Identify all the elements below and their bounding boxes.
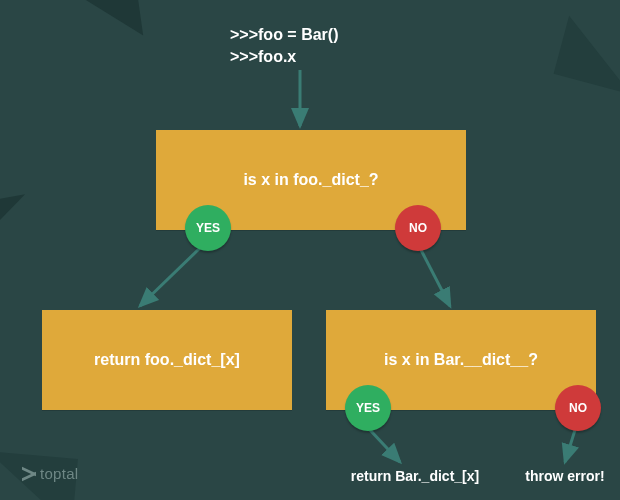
toptal-icon bbox=[22, 467, 36, 481]
badge-label: YES bbox=[196, 221, 220, 235]
bg-shard bbox=[0, 194, 34, 255]
svg-line-7 bbox=[370, 430, 400, 462]
badge-no: NO bbox=[395, 205, 441, 251]
svg-line-4 bbox=[420, 248, 450, 306]
code-line: >>>foo.x bbox=[230, 46, 338, 68]
flow-arrows bbox=[0, 0, 620, 500]
bg-shard bbox=[554, 16, 620, 95]
code-snippet: >>>foo = Bar() >>>foo.x bbox=[230, 24, 338, 69]
badge-label: NO bbox=[409, 221, 427, 235]
badge-label: NO bbox=[569, 401, 587, 415]
box-label: is x in Bar.__dict__? bbox=[384, 351, 538, 369]
svg-line-3 bbox=[140, 248, 200, 306]
output-box-return-foo: return foo._dict_[x] bbox=[42, 310, 292, 410]
badge-yes: YES bbox=[345, 385, 391, 431]
leaf-throw-error: throw error! bbox=[515, 468, 615, 484]
logo-text: toptal bbox=[40, 465, 79, 482]
badge-label: YES bbox=[356, 401, 380, 415]
badge-no: NO bbox=[555, 385, 601, 431]
toptal-logo: toptal bbox=[22, 465, 79, 482]
leaf-return-bar: return Bar._dict_[x] bbox=[330, 468, 500, 484]
badge-yes: YES bbox=[185, 205, 231, 251]
svg-line-8 bbox=[565, 430, 575, 462]
box-label: return foo._dict_[x] bbox=[94, 351, 240, 369]
code-line: >>>foo = Bar() bbox=[230, 24, 338, 46]
bg-shard bbox=[77, 0, 143, 44]
box-label: is x in foo._dict_? bbox=[243, 171, 378, 189]
